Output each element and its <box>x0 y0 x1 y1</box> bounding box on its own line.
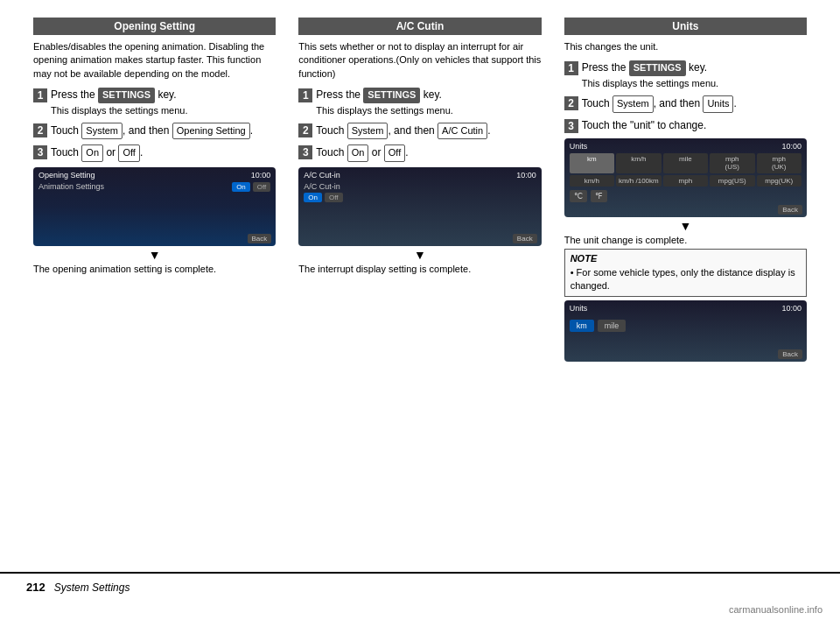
screen-header-opening: Opening Setting 10:00 <box>38 171 270 180</box>
units-system-btn: System <box>612 95 654 112</box>
unit-mph-uk: mph(UK) <box>757 153 802 173</box>
step2-period: . <box>250 124 253 137</box>
step-num-1: 1 <box>33 88 47 102</box>
unit-mile: mile <box>663 153 708 173</box>
ac-step2-period: . <box>487 124 490 137</box>
footer-title: System Settings <box>54 581 130 594</box>
screen-back-opening: Back <box>248 234 272 243</box>
units-step1-sub: This displays the settings menu. <box>582 77 719 90</box>
ac-desc: This sets whether or not to display an i… <box>298 40 541 81</box>
units-step1-key: key. <box>686 61 707 74</box>
column-ac-cutin: A/C Cutin This sets whether or not to di… <box>291 18 548 563</box>
mile-btn-small: mile <box>598 320 626 332</box>
section-title-opening: Opening Setting <box>33 18 276 35</box>
opening-step-1: 1 Press the SETTINGS key. This displays … <box>33 88 276 117</box>
ac-settings-btn: SETTINGS <box>363 88 420 102</box>
screen-back-units2: Back <box>778 349 802 359</box>
screen-time-units: 10:00 <box>781 142 802 151</box>
ac-step-content-2: Touch System, and then A/C Cutin. <box>316 123 490 139</box>
screen-time-opening: 10:00 <box>251 171 271 180</box>
ac-toggle-row: On Off <box>304 193 536 202</box>
unit-mph-us: mph(US) <box>710 153 754 173</box>
units-settings-btn: SETTINGS <box>629 60 686 75</box>
arrow-ac: ▼ <box>298 248 541 262</box>
step1-text: Press the <box>51 88 98 101</box>
off-btn-1: Off <box>118 144 139 161</box>
units-grid: km km/h mile mph(US) mph(UK) km/h km/h /… <box>570 153 802 187</box>
units-step-content-2: Touch System, and then Units. <box>582 95 737 112</box>
units-screen-mock: Units 10:00 km km/h mile mph(US) mph(UK)… <box>564 138 807 217</box>
footer-page: 212 <box>26 581 46 594</box>
ac-cutin-btn: A/C Cutin <box>438 123 487 139</box>
units-step2-mid: , and then <box>654 97 704 109</box>
step2-touch: Touch <box>51 124 81 137</box>
step1-key: key. <box>155 88 176 101</box>
opening-setting-btn: Opening Setting <box>172 123 250 139</box>
screen-time-ac: 10:00 <box>516 171 536 180</box>
step-content-3: Touch On or Off. <box>51 144 143 161</box>
ac-step-num-1: 1 <box>298 88 312 102</box>
ac-screen-mock: A/C Cut-in 10:00 A/C Cut-in On Off Back <box>298 167 541 246</box>
step-content-2: Touch System, and then Opening Setting. <box>51 123 253 139</box>
units-step-num-2: 2 <box>564 96 578 110</box>
column-opening-setting: Opening Setting Enables/disables the ope… <box>26 18 283 563</box>
ac-screen-on: On <box>304 193 322 202</box>
ac-step2-mid: , and then <box>388 124 438 137</box>
ac-step1-text: Press the <box>316 88 363 101</box>
screen-label-units: Units <box>570 142 588 151</box>
anim-row: Animation Settings On Off <box>38 182 270 192</box>
section-title-units: Units <box>564 18 807 35</box>
ac-step3-touch: Touch <box>316 146 346 159</box>
units-screen-small: Units 10:00 km mile Back <box>564 300 807 362</box>
ac-complete: The interrupt display setting is complet… <box>298 264 541 274</box>
opening-desc: Enables/disables the opening animation. … <box>33 40 276 81</box>
unit-mpg-uk: mpg(UK) <box>757 175 802 187</box>
ac-step-3: 3 Touch On or Off. <box>298 144 541 161</box>
ac-cut-row: A/C Cut-in <box>304 182 536 191</box>
opening-complete: The opening animation setting is complet… <box>33 264 276 274</box>
screen-off-toggle: Off <box>253 182 271 192</box>
settings-btn-1: SETTINGS <box>98 88 155 102</box>
units-step-3: 3 Touch the "unit" to change. <box>564 118 807 133</box>
opening-step-2: 2 Touch System, and then Opening Setting… <box>33 123 276 139</box>
unit-mpg-us: mpg(US) <box>710 175 754 187</box>
screen-time-units2: 10:00 <box>781 304 802 313</box>
note-bullet: • <box>570 267 577 278</box>
page-wrapper: Opening Setting Enables/disables the ope… <box>0 0 840 620</box>
unit-mph-us2: mph <box>663 175 708 187</box>
units-step-content-3: Touch the "unit" to change. <box>582 118 707 133</box>
temp-row: ℃ ℉ <box>570 190 802 202</box>
ac-step-num-2: 2 <box>298 123 312 137</box>
screen-back-ac: Back <box>513 234 537 243</box>
unit-km: km <box>570 153 614 173</box>
units-desc: This changes the unit. <box>564 40 807 53</box>
units-step2-touch: Touch <box>582 97 612 109</box>
units-step-num-1: 1 <box>564 61 578 75</box>
arrow-opening: ▼ <box>33 248 276 262</box>
step-num-3: 3 <box>33 145 47 159</box>
step3-period: . <box>140 146 143 159</box>
units-complete: The unit change is complete. <box>564 235 807 245</box>
units-step-1: 1 Press the SETTINGS key. This displays … <box>564 60 807 90</box>
column-units: Units This changes the unit. 1 Press the… <box>557 18 814 563</box>
ac-screen-off: Off <box>325 193 343 202</box>
temp-f: ℉ <box>591 190 607 202</box>
units-step2-period: . <box>733 97 736 109</box>
ac-step1-key: key. <box>420 88 441 101</box>
ac-step-num-3: 3 <box>298 145 312 159</box>
system-btn-1: System <box>81 123 122 139</box>
note-content: • For some vehicle types, only the dista… <box>570 266 801 293</box>
screen-back-units: Back <box>778 205 802 215</box>
opening-screen-mock: Opening Setting 10:00 Animation Settings… <box>33 167 276 246</box>
ac-step3-or: or <box>368 146 383 159</box>
step3-touch: Touch <box>51 146 81 159</box>
screen-label-units2: Units <box>570 304 588 313</box>
ac-step-content-3: Touch On or Off. <box>316 144 408 161</box>
units-small-btns: km mile <box>570 320 802 332</box>
unit-kmh2: km/h <box>570 175 614 187</box>
unit-l100km: km/h /100km <box>616 175 661 187</box>
watermark: carmanualsonline.info <box>0 601 840 620</box>
unit-kmh: km/h <box>616 153 661 173</box>
step3-or: or <box>103 146 118 159</box>
ac-step-1: 1 Press the SETTINGS key. This displays … <box>298 88 541 117</box>
